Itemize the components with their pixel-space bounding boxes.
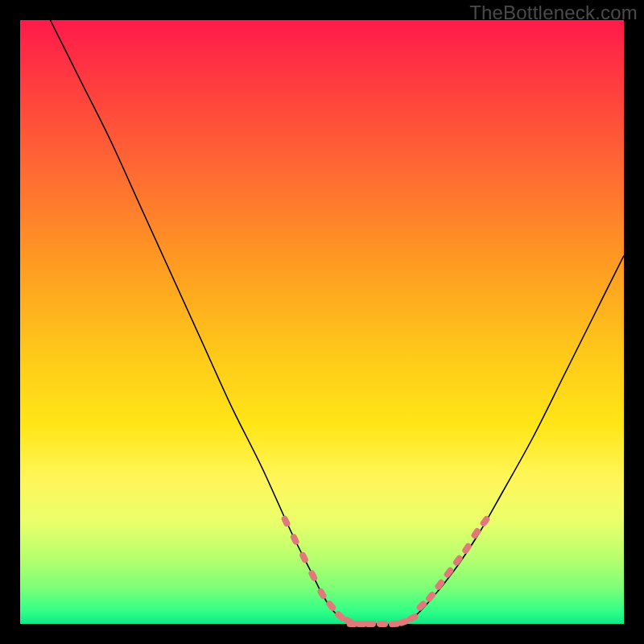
data-marker	[365, 621, 376, 627]
data-marker	[290, 533, 300, 546]
data-marker	[424, 590, 436, 603]
data-marker	[470, 526, 481, 539]
data-marker	[377, 621, 388, 627]
data-marker	[299, 551, 309, 564]
plot-area	[20, 20, 624, 624]
chart-svg	[20, 20, 624, 624]
chart-frame: TheBottleneck.com	[0, 0, 644, 644]
markers-valley-floor	[347, 613, 419, 628]
data-marker	[461, 542, 473, 555]
data-marker	[415, 600, 428, 613]
data-marker	[308, 569, 318, 582]
bottleneck-curve	[51, 20, 625, 625]
data-marker	[316, 587, 328, 600]
watermark-text: TheBottleneck.com	[469, 2, 638, 24]
markers-right-branch	[415, 515, 491, 613]
data-marker	[280, 514, 291, 527]
